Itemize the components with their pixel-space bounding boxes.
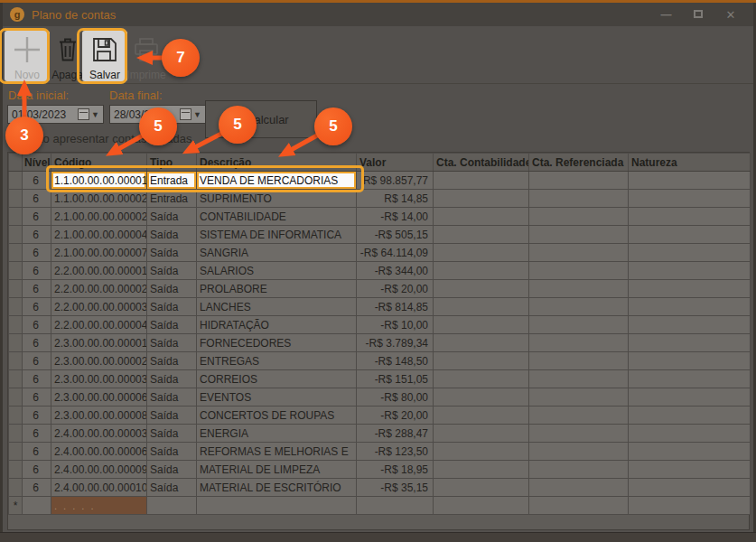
cell-descricao[interactable]: EVENTOS bbox=[197, 388, 357, 406]
column-header-Tipo[interactable]: Tipo bbox=[147, 154, 197, 172]
cell-descricao[interactable]: SUPRIMENTO bbox=[197, 190, 357, 208]
novo-button[interactable]: Novo bbox=[5, 31, 50, 81]
cell-cta_contabilidade[interactable] bbox=[434, 425, 529, 443]
cell-codigo[interactable]: 2.2.00.00.00.00004 bbox=[51, 316, 147, 334]
cell-natureza[interactable] bbox=[629, 425, 751, 443]
cell-tipo[interactable]: Saída bbox=[147, 244, 197, 262]
table-row[interactable]: 62.4.00.00.00.00009SaídaMATERIAL DE LIMP… bbox=[9, 461, 751, 479]
cell-natureza[interactable] bbox=[629, 280, 751, 298]
cell-valor[interactable]: -R$ 288,47 bbox=[357, 425, 434, 443]
imprime-button[interactable]: Imprime bbox=[126, 31, 167, 81]
row-selector[interactable] bbox=[9, 226, 23, 244]
table-row[interactable]: 62.4.00.00.00.00003SaídaENERGIA-R$ 288,4… bbox=[9, 425, 751, 443]
cell-codigo[interactable]: 2.4.00.00.00.00003 bbox=[51, 425, 147, 443]
cell-nivel[interactable]: 6 bbox=[23, 425, 51, 443]
cell-codigo[interactable]: 2.1.00.00.00.00002 bbox=[51, 208, 147, 226]
cell-natureza[interactable] bbox=[629, 244, 751, 262]
cell-cta_contabilidade[interactable] bbox=[434, 370, 529, 388]
cell-valor[interactable]: -R$ 123,50 bbox=[357, 443, 434, 461]
cell-descricao[interactable]: LANCHES bbox=[197, 298, 357, 316]
cell-cta_contabilidade[interactable] bbox=[434, 443, 529, 461]
table-row[interactable]: 61.1.00.00.00.00001EntradaVENDA DE MERCA… bbox=[9, 172, 751, 190]
cell-tipo[interactable]: Saída bbox=[147, 406, 197, 425]
cell-codigo[interactable]: 2.3.00.00.00.00006 bbox=[51, 388, 147, 406]
cell-cta_referenciada[interactable] bbox=[529, 352, 629, 370]
chevron-down-icon[interactable]: ▼ bbox=[193, 110, 201, 119]
cell-natureza[interactable] bbox=[629, 208, 751, 226]
column-header-Descrição[interactable]: Descrição bbox=[197, 154, 357, 172]
cell-codigo[interactable]: 2.1.00.00.00.00004 bbox=[51, 226, 147, 244]
row-selector[interactable] bbox=[9, 425, 23, 443]
cell-cta_referenciada[interactable] bbox=[529, 406, 629, 425]
apaga-button[interactable]: Apaga bbox=[51, 31, 84, 81]
cell-descricao[interactable] bbox=[197, 497, 357, 515]
cell-cta_contabilidade[interactable] bbox=[434, 172, 529, 190]
cell-cta_contabilidade[interactable] bbox=[434, 262, 529, 280]
table-row[interactable]: 61.1.00.00.00.00002EntradaSUPRIMENTOR$ 1… bbox=[9, 190, 751, 208]
row-selector[interactable] bbox=[9, 190, 23, 208]
cell-valor[interactable]: -R$ 505,15 bbox=[357, 226, 434, 244]
cell-descricao[interactable]: CONTABILIDADE bbox=[197, 208, 357, 226]
cell-tipo[interactable]: Saída bbox=[147, 479, 197, 497]
cell-cta_contabilidade[interactable] bbox=[434, 352, 529, 370]
table-row[interactable]: 62.2.00.00.00.00003SaídaLANCHES-R$ 814,8… bbox=[9, 298, 751, 316]
cell-natureza[interactable] bbox=[629, 406, 751, 425]
cell-nivel[interactable]: 6 bbox=[23, 298, 51, 316]
cell-descricao[interactable]: SALARIOS bbox=[197, 262, 357, 280]
cell-tipo[interactable]: Entrada bbox=[147, 190, 197, 208]
cell-valor[interactable]: R$ 14,85 bbox=[357, 190, 434, 208]
row-selector[interactable] bbox=[9, 479, 23, 497]
cell-tipo[interactable]: Saída bbox=[147, 352, 197, 370]
table-row[interactable]: 62.3.00.00.00.00002SaídaENTREGAS-R$ 148,… bbox=[9, 352, 751, 370]
cell-natureza[interactable] bbox=[629, 226, 751, 244]
cell-tipo[interactable]: Saída bbox=[147, 461, 197, 479]
table-row[interactable]: 62.4.00.00.00.00006SaídaREFORMAS E MELHO… bbox=[9, 443, 751, 461]
cell-valor[interactable]: -R$ 80,00 bbox=[357, 388, 434, 406]
cell-nivel[interactable] bbox=[23, 497, 51, 515]
cell-descricao[interactable]: MATERIAL DE LIMPEZA bbox=[197, 461, 357, 479]
cell-nivel[interactable]: 6 bbox=[23, 479, 51, 497]
cell-cta_contabilidade[interactable] bbox=[434, 497, 529, 515]
cell-tipo[interactable] bbox=[147, 497, 197, 515]
table-row[interactable]: 62.3.00.00.00.00003SaídaCORREIOS-R$ 151,… bbox=[9, 370, 751, 388]
row-selector[interactable] bbox=[9, 208, 23, 226]
cell-natureza[interactable] bbox=[629, 388, 751, 406]
column-header-selector[interactable] bbox=[9, 154, 23, 172]
cell-nivel[interactable]: 6 bbox=[23, 461, 51, 479]
new-code-input[interactable]: . . . . . bbox=[51, 497, 147, 515]
cell-natureza[interactable] bbox=[629, 190, 751, 208]
cell-tipo[interactable]: Saída bbox=[147, 388, 197, 406]
row-selector[interactable] bbox=[9, 172, 23, 190]
cell-valor[interactable]: -R$ 148,50 bbox=[357, 352, 434, 370]
cell-descricao[interactable]: HIDRATAÇÃO bbox=[197, 316, 357, 334]
cell-nivel[interactable]: 6 bbox=[23, 280, 51, 298]
cell-cta_contabilidade[interactable] bbox=[434, 226, 529, 244]
row-selector[interactable] bbox=[9, 352, 23, 370]
cell-tipo[interactable]: Saída bbox=[147, 208, 197, 226]
row-selector[interactable] bbox=[9, 388, 23, 406]
cell-natureza[interactable] bbox=[629, 316, 751, 334]
cell-tipo[interactable]: Saída bbox=[147, 316, 197, 334]
cell-natureza[interactable] bbox=[629, 172, 751, 190]
chevron-down-icon[interactable]: ▼ bbox=[91, 110, 99, 119]
data-final-input[interactable]: 28/03/2023 ▼ bbox=[109, 105, 206, 124]
cell-natureza[interactable] bbox=[629, 262, 751, 280]
cell-valor[interactable]: -R$ 20,00 bbox=[357, 280, 434, 298]
table-row[interactable]: 62.2.00.00.00.00004SaídaHIDRATAÇÃO-R$ 10… bbox=[9, 316, 751, 334]
cell-cta_contabilidade[interactable] bbox=[434, 280, 529, 298]
table-row[interactable]: 62.1.00.00.00.00004SaídaSISTEMA DE INFOR… bbox=[9, 226, 751, 244]
cell-valor[interactable]: -R$ 18,95 bbox=[357, 461, 434, 479]
cell-natureza[interactable] bbox=[629, 334, 751, 352]
cell-codigo[interactable]: 2.3.00.00.00.00002 bbox=[51, 352, 147, 370]
table-row[interactable]: 62.1.00.00.00.00007SaídaSANGRIA-R$ 64.11… bbox=[9, 244, 751, 262]
cell-cta_referenciada[interactable] bbox=[529, 262, 629, 280]
cell-descricao[interactable]: VENDA DE MERCADORIAS bbox=[197, 172, 357, 190]
new-entry-row[interactable]: *. . . . . bbox=[9, 497, 751, 515]
cell-cta_referenciada[interactable] bbox=[529, 244, 629, 262]
cell-codigo[interactable]: 2.2.00.00.00.00003 bbox=[51, 298, 147, 316]
salvar-button[interactable]: Salvar bbox=[82, 31, 127, 81]
cell-nivel[interactable]: 6 bbox=[23, 443, 51, 461]
cell-cta_referenciada[interactable] bbox=[529, 370, 629, 388]
table-row[interactable]: 62.3.00.00.00.00001SaídaFORNECEDORES-R$ … bbox=[9, 334, 751, 352]
cell-valor[interactable] bbox=[357, 497, 434, 515]
